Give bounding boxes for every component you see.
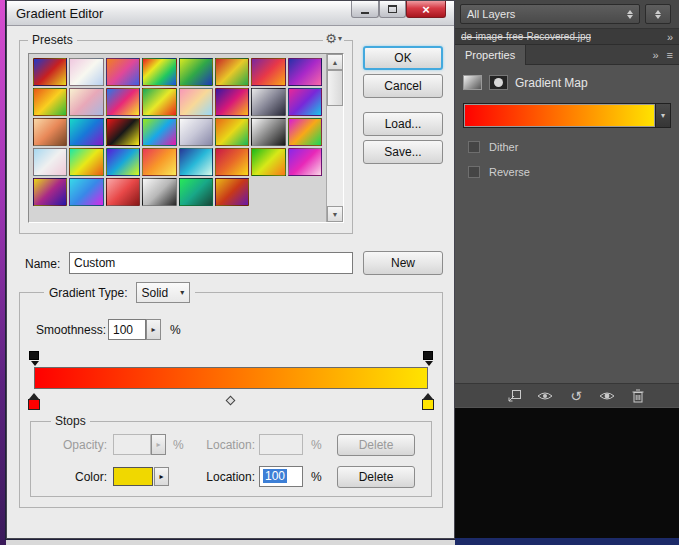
- chevron-down-icon: ▾: [338, 34, 342, 43]
- preset-swatch[interactable]: [288, 58, 322, 86]
- preset-swatch[interactable]: [288, 118, 322, 146]
- layer-mask-icon[interactable]: [489, 75, 508, 90]
- stop-color: [28, 399, 40, 410]
- save-button[interactable]: Save...: [363, 140, 443, 164]
- preset-swatch[interactable]: [33, 118, 67, 146]
- preset-swatch[interactable]: [69, 148, 103, 176]
- collapse-panel-icon[interactable]: »: [652, 49, 658, 61]
- close-button[interactable]: ×: [406, 1, 446, 18]
- gradient-preview-bar[interactable]: [34, 367, 428, 389]
- opacity-label: Opacity:: [51, 438, 107, 452]
- opacity-stop-left[interactable]: [29, 351, 39, 360]
- opacity-stop-right[interactable]: [423, 351, 433, 360]
- gradient-type-label: Gradient Type:: [49, 286, 128, 300]
- scroll-down-button[interactable]: ▼: [327, 206, 343, 222]
- smoothness-input[interactable]: 100: [108, 319, 146, 340]
- preset-swatch[interactable]: [33, 58, 67, 86]
- smoothness-spinner[interactable]: ▸: [146, 319, 161, 340]
- combo-arrows-icon: [627, 10, 633, 19]
- scrollbar-thumb[interactable]: [327, 70, 343, 106]
- preset-swatch[interactable]: [215, 148, 249, 176]
- preset-swatch[interactable]: [179, 58, 213, 86]
- screen: Gradient Editor × Presets ⚙▾ ▲: [0, 0, 679, 545]
- stop-color-swatch[interactable]: [113, 467, 153, 486]
- properties-content: Gradient Map ▾ Dither Reverse: [455, 65, 679, 178]
- preset-swatch[interactable]: [215, 178, 249, 206]
- preset-swatch[interactable]: [179, 88, 213, 116]
- new-button[interactable]: New: [363, 251, 443, 275]
- preset-swatch[interactable]: [179, 178, 213, 206]
- gradient-picker-button[interactable]: ▾: [656, 103, 671, 128]
- preset-swatch[interactable]: [106, 88, 140, 116]
- preset-swatch[interactable]: [33, 88, 67, 116]
- preset-swatch[interactable]: [251, 88, 285, 116]
- clip-to-layer-icon[interactable]: [505, 388, 523, 404]
- layers-filter-select[interactable]: All Layers: [460, 4, 640, 24]
- preset-swatch[interactable]: [106, 58, 140, 86]
- location-top-unit: %: [311, 438, 322, 452]
- color-stop-left[interactable]: [28, 393, 40, 410]
- name-input[interactable]: Custom: [69, 252, 353, 274]
- preset-swatch[interactable]: [106, 178, 140, 206]
- ok-label: OK: [394, 51, 411, 65]
- tab-properties[interactable]: Properties: [455, 45, 526, 65]
- dither-checkbox[interactable]: [468, 141, 480, 153]
- preset-swatch[interactable]: [69, 178, 103, 206]
- cancel-button[interactable]: Cancel: [363, 74, 443, 98]
- preset-swatch[interactable]: [215, 58, 249, 86]
- preset-swatch[interactable]: [106, 148, 140, 176]
- location-input[interactable]: 100: [259, 466, 303, 487]
- filter-type-select[interactable]: [645, 4, 671, 24]
- preset-swatch[interactable]: [251, 118, 285, 146]
- canvas-area[interactable]: [455, 408, 679, 538]
- minimize-button[interactable]: [351, 1, 379, 18]
- preset-swatch[interactable]: [288, 88, 322, 116]
- preset-swatch[interactable]: [142, 88, 176, 116]
- preset-swatch[interactable]: [33, 178, 67, 206]
- stops-group: Stops Opacity: ▸ % Location: % Delete Co…: [30, 421, 432, 497]
- reverse-checkbox[interactable]: [468, 166, 480, 178]
- dialog-body: Presets ⚙▾ ▲ ▼ OK Cancel Load... Save...: [7, 26, 454, 538]
- preset-swatch[interactable]: [33, 148, 67, 176]
- panel-menu-icon[interactable]: ≡: [667, 49, 673, 61]
- preset-swatch[interactable]: [142, 148, 176, 176]
- preset-swatch[interactable]: [69, 58, 103, 86]
- color-stop-right[interactable]: [422, 393, 434, 410]
- preset-swatch[interactable]: [179, 118, 213, 146]
- opacity-input: [113, 434, 151, 455]
- preset-swatch[interactable]: [179, 148, 213, 176]
- gradient-map-preview[interactable]: [463, 103, 656, 128]
- preset-swatch[interactable]: [251, 148, 285, 176]
- presets-area: ▲ ▼: [28, 53, 344, 223]
- delete-color-stop-button[interactable]: Delete: [337, 466, 415, 488]
- chevron-down-icon: ▾: [180, 288, 184, 297]
- previous-state-icon[interactable]: [536, 388, 554, 404]
- presets-scrollbar[interactable]: ▲ ▼: [326, 54, 343, 222]
- preset-swatch[interactable]: [69, 88, 103, 116]
- dialog-titlebar[interactable]: Gradient Editor ×: [7, 1, 454, 26]
- preset-swatch[interactable]: [251, 58, 285, 86]
- preset-swatch[interactable]: [215, 118, 249, 146]
- preset-swatch[interactable]: [142, 58, 176, 86]
- preset-swatch[interactable]: [69, 118, 103, 146]
- delete-adjustment-icon[interactable]: [629, 388, 647, 404]
- gradient-type-select[interactable]: Solid ▾: [136, 282, 191, 303]
- visibility-icon[interactable]: [598, 388, 616, 404]
- preset-swatch[interactable]: [288, 148, 322, 176]
- ok-button[interactable]: OK: [363, 46, 443, 70]
- reset-icon[interactable]: ↺: [567, 388, 585, 404]
- preset-swatch[interactable]: [142, 178, 176, 206]
- preset-swatch[interactable]: [215, 88, 249, 116]
- maximize-button[interactable]: [379, 1, 406, 18]
- preset-swatch[interactable]: [142, 118, 176, 146]
- color-swatch-menu-button[interactable]: ▸: [154, 467, 169, 486]
- stop-color: [422, 399, 434, 410]
- delete-label: Delete: [359, 470, 394, 484]
- gradient-midpoint[interactable]: [225, 396, 235, 406]
- document-tab[interactable]: de-image-free-Recovered.jpg: [461, 31, 591, 42]
- preset-swatch[interactable]: [106, 118, 140, 146]
- tab-overflow-icon[interactable]: »: [667, 31, 673, 43]
- scroll-up-button[interactable]: ▲: [327, 54, 343, 70]
- load-button[interactable]: Load...: [363, 112, 443, 136]
- presets-menu-button[interactable]: ⚙▾: [323, 31, 344, 46]
